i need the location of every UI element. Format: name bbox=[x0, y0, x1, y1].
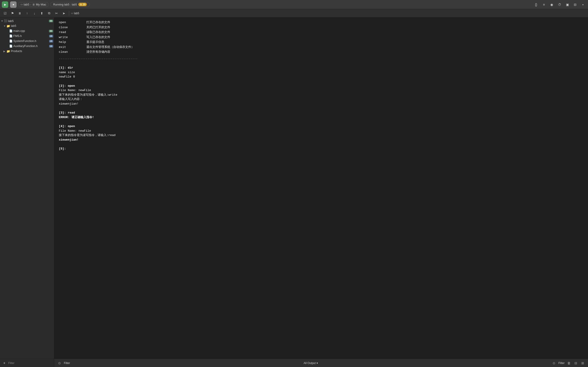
output-line: File Name: newFile bbox=[59, 88, 583, 93]
cmd-name: close bbox=[59, 25, 77, 30]
badge-m: M bbox=[49, 20, 53, 22]
prompt-4: [4]: open bbox=[59, 124, 583, 129]
pause-btn[interactable]: ⏸ bbox=[17, 10, 23, 17]
cut-btn[interactable]: ✂ bbox=[53, 10, 60, 17]
share-btn[interactable]: ➤ bbox=[61, 10, 67, 17]
output-footer: ⊙ Filter All Output ▾ ⊙ Filter 🗑 ⊟ ⊞ bbox=[54, 359, 588, 367]
cmd-clean: clean 清空所有存储内容 bbox=[59, 50, 583, 54]
item-label: main.cpp bbox=[13, 29, 25, 33]
prompt-2: [2]: open bbox=[59, 84, 583, 88]
badge-m: M bbox=[49, 30, 53, 32]
cmd-name: read bbox=[59, 30, 77, 35]
output-content[interactable]: open 打开已存在的文件 close 关闭已打开的文件 read 读取已存在的… bbox=[54, 17, 588, 359]
stop-button[interactable]: ■ bbox=[10, 1, 17, 8]
circle-btn[interactable]: ◉ bbox=[548, 1, 555, 8]
cmd-desc: 关闭已打开的文件 bbox=[86, 25, 110, 30]
braces-btn[interactable]: {} bbox=[533, 1, 539, 8]
item-label: FMS.h bbox=[13, 34, 22, 38]
add-button[interactable]: + bbox=[2, 361, 7, 366]
mac-icon: 🖥 bbox=[32, 3, 35, 6]
toolbar-right: {} ≡ ◉ ⏱ ▣ ⊟ ▪ bbox=[533, 1, 586, 8]
folder-icon: ⬛ bbox=[4, 19, 7, 23]
sidebar-item-main-cpp[interactable]: 📄 main.cpp M bbox=[0, 28, 54, 33]
output-type-selector[interactable]: All Output ▾ bbox=[304, 361, 318, 365]
cmd-open: open 打开已存在的文件 bbox=[59, 20, 583, 25]
play-button[interactable]: ▶ bbox=[2, 1, 8, 8]
output-type-label: All Output bbox=[304, 361, 316, 365]
split-btn[interactable]: ⊟ bbox=[573, 361, 578, 366]
cmd-name: open bbox=[59, 20, 77, 25]
file-icon: 📄 bbox=[9, 34, 13, 38]
lab5-tab[interactable]: ▭ lab5 bbox=[71, 12, 79, 15]
cmd-help: help 显示提示信息 bbox=[59, 40, 583, 44]
arrow-icon: ▼ bbox=[3, 25, 6, 27]
commands-table: open 打开已存在的文件 close 关闭已打开的文件 read 读取已存在的… bbox=[59, 20, 583, 55]
sidebar-item-products[interactable]: ▶ 📁 Products bbox=[0, 49, 54, 54]
step-into-btn[interactable]: ↓ bbox=[31, 10, 38, 17]
sidebar-item-auxiliaryfunction-h[interactable]: 📄 AuxiliaryFunction.h A bbox=[0, 44, 54, 49]
sidebar-item-lab5-root[interactable]: ▼ ⬛ lab5 M bbox=[0, 18, 54, 23]
layout1-btn[interactable]: ▣ bbox=[564, 1, 571, 8]
filter-footer-label: Filter bbox=[64, 361, 70, 365]
trash-btn[interactable]: 🗑 bbox=[566, 361, 571, 366]
flag-btn[interactable]: ⚑ bbox=[9, 10, 16, 17]
item-label: AuxiliaryFunction.h bbox=[13, 44, 38, 48]
second-toolbar: ☑ ⚑ ⏸ ↑ ↓ ⬆ ⧉ ✂ ➤ ▭ lab5 bbox=[0, 9, 588, 17]
expand-btn[interactable]: ⊞ bbox=[580, 361, 585, 366]
output-block-1: [1]: dir name size newFile 0 bbox=[59, 66, 583, 79]
tab-label: lab5 bbox=[74, 12, 79, 15]
badge-a: A bbox=[49, 40, 53, 42]
check-btn[interactable]: ☑ bbox=[2, 10, 8, 17]
cmd-name: help bbox=[59, 40, 77, 44]
filter-right-btn[interactable]: ⊙ bbox=[552, 361, 556, 366]
filter-circle-btn[interactable]: ⊙ bbox=[57, 361, 62, 366]
top-toolbar: ▶ ■ ▭ lab5 › 🖥 My Mac Running lab5 : lab… bbox=[0, 0, 588, 9]
view-btn[interactable]: ⧉ bbox=[46, 10, 52, 17]
scheme2-label: My Mac bbox=[36, 3, 46, 6]
output-block-5: [5]: bbox=[59, 147, 583, 151]
output-line: File Name: newFile bbox=[59, 129, 583, 133]
folder-icon: 📁 bbox=[6, 24, 10, 28]
output-line: 接下来的指令需为读写指令，请输入:read bbox=[59, 133, 583, 138]
output-line: newFile 0 bbox=[59, 75, 583, 79]
sidebar-footer: + Filter bbox=[0, 359, 54, 367]
sidebar-item-fms-h[interactable]: 📄 FMS.h A bbox=[0, 33, 54, 39]
cmd-name: exit bbox=[59, 45, 77, 50]
cmd-desc: 读取已存在的文件 bbox=[86, 30, 110, 35]
cmd-exit: exit 退出文件管理系统（自动保存文件） bbox=[59, 45, 583, 50]
running-label: Running lab5 : lab5 bbox=[53, 3, 77, 6]
arrow-icon: ▼ bbox=[1, 20, 3, 22]
toolbar-divider bbox=[69, 11, 69, 16]
running-badge[interactable]: Running lab5 : lab5 ⚠ 15 bbox=[50, 2, 90, 7]
separator-icon: › bbox=[30, 3, 31, 6]
file-icon: 📄 bbox=[9, 40, 13, 43]
step-over-btn[interactable]: ↑ bbox=[24, 10, 30, 17]
output-line: 请输入写入内容： bbox=[59, 97, 583, 102]
layout2-btn[interactable]: ⊟ bbox=[572, 1, 578, 8]
lines-btn[interactable]: ≡ bbox=[541, 1, 547, 8]
prompt-3: [3]: read bbox=[59, 110, 583, 115]
output-line: name size bbox=[59, 70, 583, 75]
file-icon: 📄 bbox=[9, 29, 13, 33]
tab-icon: ▭ bbox=[71, 12, 73, 15]
sidebar-item-lab5-folder[interactable]: ▼ 📁 lab5 bbox=[0, 23, 54, 28]
scheme1-label: lab5 bbox=[24, 3, 29, 6]
chevron-icon: ▾ bbox=[317, 361, 318, 365]
sidebar-content: ▼ ⬛ lab5 M ▼ 📁 lab5 📄 main.cpp M bbox=[0, 17, 54, 359]
filter-right-label: Filter bbox=[558, 361, 565, 365]
sidebar: ▼ ⬛ lab5 M ▼ 📁 lab5 📄 main.cpp M bbox=[0, 17, 54, 367]
output-pane: open 打开已存在的文件 close 关闭已打开的文件 read 读取已存在的… bbox=[54, 17, 588, 367]
output-line: 接下来的指令需为读写指令，请输入:write bbox=[59, 93, 583, 97]
output-block-4: [4]: open File Name: newFile 接下来的指令需为读写指… bbox=[59, 124, 583, 142]
scheme-icon: ▭ bbox=[20, 3, 23, 6]
cmd-desc: 打开已存在的文件 bbox=[86, 20, 110, 25]
layout3-btn[interactable]: ▪ bbox=[580, 1, 586, 8]
sidebar-item-systemfunction-h[interactable]: 📄 SystemFunction.h A bbox=[0, 39, 54, 44]
scheme-selector[interactable]: ▭ lab5 › 🖥 My Mac bbox=[18, 2, 48, 7]
cmd-desc: 写入已存在的文件 bbox=[86, 35, 110, 40]
prompt-1: [1]: dir bbox=[59, 66, 583, 70]
filter-label: Filter bbox=[8, 361, 15, 365]
badge-a: A bbox=[49, 35, 53, 37]
clock-btn[interactable]: ⏱ bbox=[556, 1, 563, 8]
step-out-btn[interactable]: ⬆ bbox=[39, 10, 45, 17]
